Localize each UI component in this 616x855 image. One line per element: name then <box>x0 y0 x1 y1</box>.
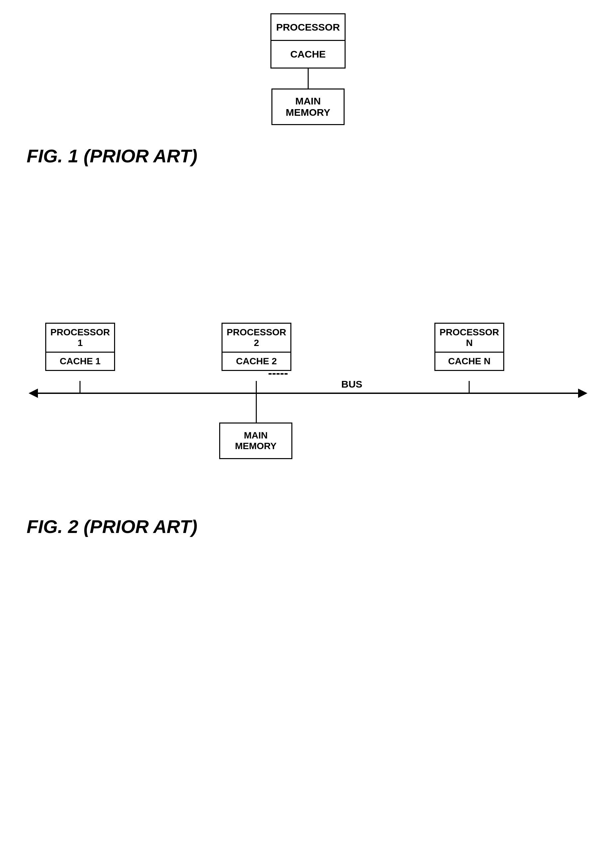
arrow-left-icon <box>29 389 38 398</box>
bus-label: BUS <box>341 378 362 390</box>
processor1-box: PROCESSOR1 CACHE 1 <box>45 323 115 371</box>
processor2-box: PROCESSOR2 CACHE 2 <box>222 323 291 371</box>
fig2-section: BUS PROCESSOR1 CACHE 1 ----- PROCESSOR2 … <box>0 290 616 537</box>
page: PROCESSOR CACHE MAINMEMORY FIG. 1 (PRIOR… <box>0 0 616 855</box>
cacheN-label: CACHE N <box>435 352 503 370</box>
fig1-label: FIG. 1 (PRIOR ART) <box>27 145 197 167</box>
cache1-label: CACHE 1 <box>46 352 114 370</box>
fig1-section: PROCESSOR CACHE MAINMEMORY FIG. 1 (PRIOR… <box>0 13 616 167</box>
cache-label: CACHE <box>271 41 345 67</box>
diagram1: PROCESSOR CACHE MAINMEMORY <box>270 13 346 125</box>
processorN-box: PROCESSORN CACHE N <box>434 323 504 371</box>
vert-conn-2 <box>256 381 257 394</box>
diagram2: BUS PROCESSOR1 CACHE 1 ----- PROCESSOR2 … <box>25 290 591 496</box>
vert-conn-n <box>469 381 470 394</box>
processorN-label: PROCESSORN <box>435 324 503 352</box>
bus-line <box>32 392 584 394</box>
vert-conn-main <box>256 393 257 423</box>
connector-v1 <box>308 69 309 89</box>
arrow-right-icon <box>578 389 587 398</box>
processor-cache-box: PROCESSOR CACHE <box>270 13 346 69</box>
fig2-label: FIG. 2 (PRIOR ART) <box>27 516 197 537</box>
vert-conn-1 <box>80 381 81 394</box>
main-memory-label: MAINMEMORY <box>286 95 330 118</box>
main-memory-fig2-label: MAINMEMORY <box>235 430 277 452</box>
processor1-label: PROCESSOR1 <box>46 324 114 352</box>
processor2-label: PROCESSOR2 <box>222 324 290 352</box>
main-memory-fig2-box: MAINMEMORY <box>219 423 293 459</box>
processor-label: PROCESSOR <box>271 14 345 41</box>
main-memory-box: MAINMEMORY <box>271 89 345 125</box>
cache2-label: CACHE 2 <box>222 352 290 370</box>
